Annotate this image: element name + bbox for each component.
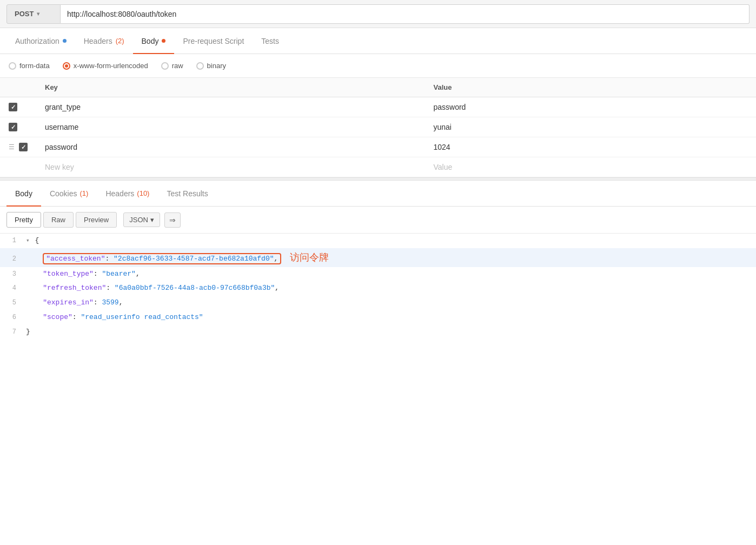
new-key-placeholder[interactable]: New key — [36, 157, 425, 177]
line-num-3: 3 — [0, 269, 24, 280]
row2-key[interactable]: username — [36, 117, 425, 137]
radio-raw-label: raw — [172, 62, 183, 70]
json-format-label: JSON — [129, 216, 148, 224]
resp-tab-headers[interactable]: Headers (10) — [97, 181, 158, 207]
radio-circle-urlencoded — [63, 62, 70, 70]
radio-form-data-label: form-data — [19, 62, 50, 70]
response-code-area: 1 ▾ { 2 "access_token": "2c8acf96-3633-4… — [0, 234, 756, 353]
url-bar: POST ▾ — [0, 0, 756, 28]
table-row: grant_type password — [0, 97, 756, 117]
line-num-7: 7 — [0, 327, 24, 337]
code-line-1: 1 ▾ { — [0, 234, 756, 248]
row1-check-cell — [0, 97, 36, 117]
code-line-6: 6 "scope": "read_userinfo read_contacts" — [0, 310, 756, 325]
row3-check-cell: ☰ — [0, 137, 36, 157]
row2-check-cell — [0, 117, 36, 137]
kv-value-header: Value — [425, 78, 756, 97]
response-tabs: Body Cookies (1) Headers (10) Test Resul… — [0, 181, 756, 207]
resp-tab-cookies-label: Cookies — [50, 189, 77, 198]
method-label: POST — [15, 10, 34, 18]
code-line-2: 2 "access_token": "2c8acf96-3633-4587-ac… — [0, 248, 756, 267]
tab-tests[interactable]: Tests — [253, 29, 288, 54]
line-num-5: 5 — [0, 298, 24, 308]
json-chevron-icon: ▾ — [150, 216, 154, 224]
row1-checkbox[interactable] — [9, 103, 17, 111]
wrap-icon: ⇒ — [169, 216, 176, 224]
headers-resp-badge: (10) — [137, 189, 149, 197]
view-preview-button[interactable]: Preview — [76, 212, 117, 228]
request-tabs: Authorization Headers (2) Body Pre-reque… — [0, 28, 756, 54]
resp-toolbar: Pretty Raw Preview JSON ▾ ⇒ — [0, 207, 756, 234]
access-token-highlight: "access_token": "2c8acf96-3633-4587-acd7… — [43, 253, 281, 264]
fold-arrow-icon[interactable]: ▾ — [26, 237, 30, 244]
table-row-new: New key Value — [0, 157, 756, 177]
line-content-4: "refresh_token": "6a0a0bbf-7526-44a8-acb… — [24, 283, 756, 294]
code-line-5: 5 "expires_in": 3599, — [0, 296, 756, 310]
method-chevron: ▾ — [37, 11, 39, 17]
line-num-4: 4 — [0, 283, 24, 294]
radio-urlencoded[interactable]: x-www-form-urlencoded — [63, 62, 148, 70]
radio-binary[interactable]: binary — [196, 62, 226, 70]
headers-badge: (2) — [116, 37, 124, 45]
row3-key[interactable]: password — [36, 137, 425, 157]
row1-key[interactable]: grant_type — [36, 97, 425, 117]
radio-urlencoded-label: x-www-form-urlencoded — [74, 62, 148, 70]
table-row: ☰ password 1024 — [0, 137, 756, 157]
resp-tab-cookies[interactable]: Cookies (1) — [41, 181, 97, 207]
resp-tab-test-results[interactable]: Test Results — [158, 181, 216, 207]
radio-circle-raw — [161, 62, 169, 70]
line-num-2: 2 — [0, 254, 24, 264]
row3-checkbox[interactable] — [19, 143, 28, 151]
code-line-7: 7 } — [0, 325, 756, 340]
tab-authorization[interactable]: Authorization — [6, 29, 75, 54]
radio-binary-label: binary — [207, 62, 226, 70]
radio-form-data[interactable]: form-data — [9, 62, 50, 70]
view-raw-button[interactable]: Raw — [43, 212, 74, 228]
line-content-1: ▾ { — [24, 235, 756, 247]
line-num-6: 6 — [0, 313, 24, 323]
row1-value[interactable]: password — [425, 97, 756, 117]
code-line-4: 4 "refresh_token": "6a0a0bbf-7526-44a8-a… — [0, 281, 756, 296]
row2-value[interactable]: yunai — [425, 117, 756, 137]
access-token-annotation: 访问令牌 — [290, 252, 329, 263]
radio-raw[interactable]: raw — [161, 62, 183, 70]
line-num-1: 1 — [0, 236, 24, 246]
authorization-dot — [63, 39, 67, 43]
row3-check-area: ☰ — [9, 143, 28, 151]
line-content-3: "token_type": "bearer", — [24, 269, 756, 280]
cookies-badge: (1) — [80, 189, 89, 197]
table-row: username yunai — [0, 117, 756, 137]
url-input[interactable] — [61, 4, 750, 24]
tab-tests-label: Tests — [261, 37, 279, 45]
json-format-selector[interactable]: JSON ▾ — [123, 212, 160, 227]
kv-table: Key Value grant_type password username y… — [0, 78, 756, 177]
code-line-3: 3 "token_type": "bearer", — [0, 267, 756, 282]
tab-body[interactable]: Body — [133, 29, 175, 54]
line-content-5: "expires_in": 3599, — [24, 297, 756, 309]
resp-tab-body-label: Body — [15, 189, 32, 198]
wrap-button[interactable]: ⇒ — [164, 212, 181, 228]
view-pretty-button[interactable]: Pretty — [6, 212, 41, 228]
kv-key-header: Key — [36, 78, 425, 97]
tab-body-label: Body — [142, 37, 159, 45]
row3-value[interactable]: 1024 — [425, 137, 756, 157]
radio-circle-form-data — [9, 62, 16, 70]
tab-headers[interactable]: Headers (2) — [75, 29, 133, 54]
tab-pre-request-label: Pre-request Script — [183, 37, 244, 45]
kv-check-header — [0, 78, 36, 97]
line-content-2: "access_token": "2c8acf96-3633-4587-acd7… — [24, 250, 756, 265]
drag-handle-icon[interactable]: ☰ — [9, 143, 15, 151]
tab-pre-request-script[interactable]: Pre-request Script — [174, 29, 253, 54]
radio-circle-binary — [196, 62, 204, 70]
tab-authorization-label: Authorization — [15, 37, 59, 45]
method-selector[interactable]: POST ▾ — [6, 4, 61, 24]
line-content-7: } — [24, 327, 756, 338]
resp-tab-headers-label: Headers — [105, 189, 134, 198]
resp-tab-test-results-label: Test Results — [167, 189, 208, 198]
resp-tab-body[interactable]: Body — [6, 181, 41, 207]
new-row-check-cell — [0, 157, 36, 177]
line-content-6: "scope": "read_userinfo read_contacts" — [24, 312, 756, 323]
body-dot — [162, 39, 165, 43]
row2-checkbox[interactable] — [9, 123, 17, 131]
new-value-placeholder[interactable]: Value — [425, 157, 756, 177]
